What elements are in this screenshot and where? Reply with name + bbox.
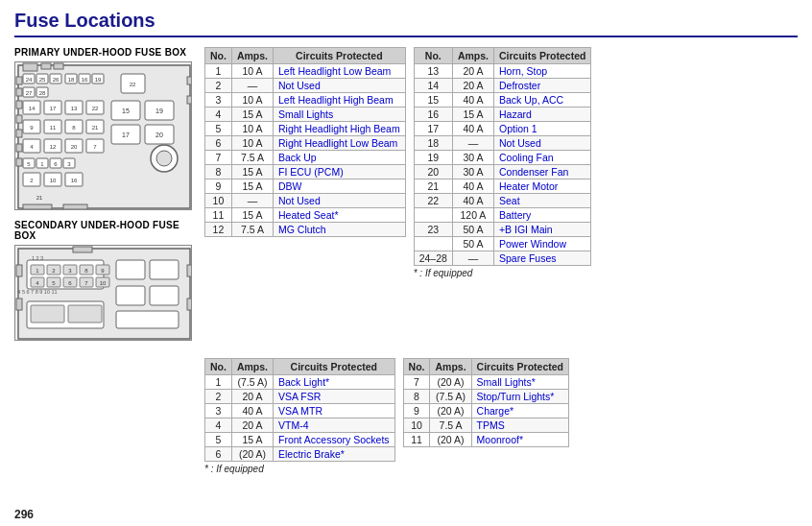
svg-text:21: 21	[36, 195, 43, 201]
table2-container: No. Amps. Circuits Protected 1320 AHorn,…	[414, 47, 592, 278]
cell-number: 8	[403, 390, 430, 404]
svg-rect-116	[116, 286, 145, 305]
table-row: 1540 ABack Up, ACC	[414, 93, 591, 108]
page-number: 296	[14, 508, 34, 521]
right-tables-area: No. Amps. Circuits Protected 110 ALeft H…	[204, 47, 798, 278]
svg-point-72	[156, 151, 172, 166]
cell-circuit: Right Headlight High Beam	[274, 122, 406, 136]
svg-rect-5	[16, 88, 22, 96]
svg-rect-115	[150, 260, 179, 279]
fuse-table-3: No. Amps. Circuits Protected 1(7.5 A)Bac…	[204, 358, 395, 462]
svg-text:17: 17	[122, 132, 130, 138]
cell-number: 9	[403, 404, 430, 418]
table-row: 310 ALeft Headlight High Beam	[205, 93, 406, 108]
cell-circuit: Horn, Stop	[493, 64, 590, 79]
table-row: 77.5 ABack Up	[205, 151, 406, 165]
cell-amps: 15 A	[231, 208, 273, 223]
left-diagrams: PRIMARY UNDER-HOOD FUSE BOX	[14, 47, 197, 350]
table1-container: No. Amps. Circuits Protected 110 ALeft H…	[204, 47, 406, 278]
cell-circuit: Seat	[493, 194, 590, 208]
svg-text:10: 10	[50, 178, 57, 183]
svg-rect-117	[150, 286, 179, 305]
table-row: 120 ABattery	[414, 208, 591, 223]
primary-label: PRIMARY UNDER-HOOD FUSE BOX	[14, 47, 197, 58]
cell-amps: 120 A	[452, 208, 493, 223]
cell-circuit: Spare Fuses	[493, 251, 590, 266]
table-row: 10—Not Used	[205, 194, 406, 208]
cell-circuit: Not Used	[493, 136, 590, 151]
svg-text:17: 17	[50, 106, 57, 111]
svg-rect-12	[187, 96, 192, 104]
cell-number: 17	[414, 122, 452, 136]
svg-text:21: 21	[92, 125, 99, 131]
cell-circuit: Cooling Fan	[493, 151, 590, 165]
cell-circuit: TPMS	[471, 418, 568, 433]
table-row: 815 AFI ECU (PCM)	[205, 165, 406, 179]
svg-rect-7	[16, 115, 22, 123]
cell-amps: 20 A	[231, 418, 273, 433]
svg-text:28: 28	[39, 90, 46, 96]
cell-circuit: VSA MTR	[274, 404, 395, 418]
table-row: 6(20 A)Electric Brake*	[205, 447, 395, 462]
cell-circuit: Moonroof*	[471, 433, 568, 447]
table-row: 510 ARight Headlight High Beam	[205, 122, 406, 136]
cell-number: 7	[205, 151, 232, 165]
cell-circuit: Back Light*	[274, 375, 395, 390]
svg-text:19: 19	[155, 108, 163, 114]
cell-amps: (7.5 A)	[231, 375, 273, 390]
cell-number	[414, 208, 452, 223]
cell-amps: 20 A	[231, 390, 273, 404]
page-title: Fuse Locations	[14, 10, 798, 37]
cell-circuit: Heated Seat*	[274, 208, 406, 223]
cell-number: 11	[205, 208, 232, 223]
svg-rect-85	[187, 265, 192, 276]
cell-number: 3	[205, 93, 232, 108]
bottom-section: No. Amps. Circuits Protected 1(7.5 A)Bac…	[14, 358, 798, 474]
cell-number: 16	[414, 108, 452, 122]
svg-rect-4	[16, 77, 22, 84]
svg-rect-114	[116, 260, 145, 279]
cell-amps: 20 A	[452, 64, 493, 79]
table-row: 50 APower Window	[414, 237, 591, 251]
cell-amps: 15 A	[231, 108, 273, 122]
table3-footnote: * : If equipped	[204, 464, 395, 474]
svg-text:16: 16	[71, 178, 78, 183]
cell-amps: (20 A)	[430, 433, 471, 447]
cell-circuit: DBW	[274, 179, 406, 194]
cell-amps: 30 A	[452, 165, 493, 179]
secondary-fuse-diagram: 1 2 3 4 5 6 7 8 9 10	[14, 245, 192, 341]
svg-rect-79	[23, 204, 52, 209]
table-row: 1320 AHorn, Stop	[414, 64, 591, 79]
cell-circuit: Not Used	[274, 79, 406, 93]
svg-rect-2	[41, 63, 51, 69]
cell-amps: 7.5 A	[430, 418, 471, 433]
cell-number: 7	[403, 375, 430, 390]
cell-amps: —	[231, 79, 273, 93]
table4-col-amps: Amps.	[430, 359, 471, 375]
table-row: 340 AVSA MTR	[205, 404, 395, 418]
svg-text:26: 26	[53, 77, 60, 83]
cell-amps: —	[231, 194, 273, 208]
cell-amps: —	[452, 136, 493, 151]
table-row: 1930 ACooling Fan	[414, 151, 591, 165]
table2-col-circuits: Circuits Protected	[493, 48, 590, 64]
svg-text:22: 22	[130, 82, 136, 87]
bottom-tables: No. Amps. Circuits Protected 1(7.5 A)Bac…	[204, 358, 798, 474]
cell-number: 18	[414, 136, 452, 151]
cell-amps: 30 A	[452, 151, 493, 165]
cell-amps: 15 A	[452, 108, 493, 122]
table1-col-no: No.	[205, 48, 232, 64]
table-row: 415 ASmall Lights	[205, 108, 406, 122]
svg-text:1 2 3: 1 2 3	[32, 255, 43, 261]
table-row: 2—Not Used	[205, 79, 406, 93]
fuse-table-2: No. Amps. Circuits Protected 1320 AHorn,…	[414, 47, 592, 266]
table3-col-circuits: Circuits Protected	[274, 359, 395, 375]
table-row: 1420 ADefroster	[414, 79, 591, 93]
cell-number: 8	[205, 165, 232, 179]
cell-number: 6	[205, 136, 232, 151]
svg-text:24: 24	[26, 77, 33, 83]
table-row: 2030 ACondenser Fan	[414, 165, 591, 179]
cell-number: 13	[414, 64, 452, 79]
svg-rect-80	[63, 204, 87, 209]
cell-number: 2	[205, 79, 232, 93]
